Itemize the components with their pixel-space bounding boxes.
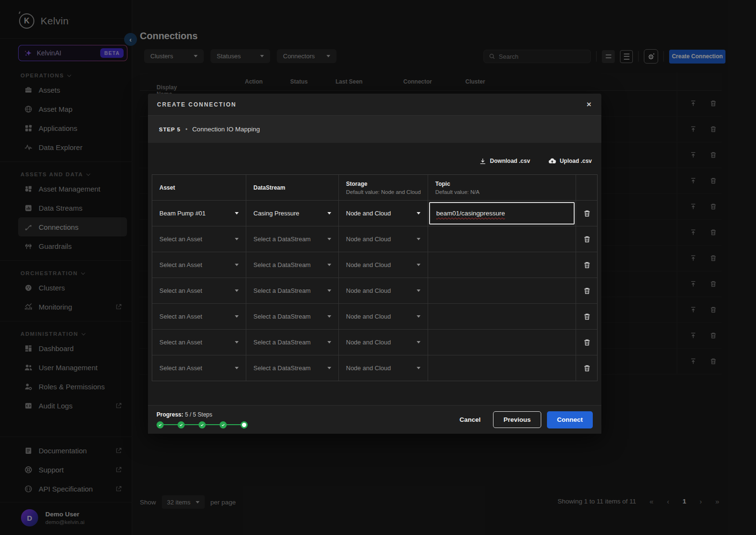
io-mapping-row: Select an Asset Select a DataStream Node… [152, 304, 597, 330]
datastream-select[interactable]: Select a DataStream [253, 235, 331, 243]
chevron-down-icon [327, 341, 331, 343]
cancel-button[interactable]: Cancel [453, 412, 487, 428]
step-complete-icon [178, 421, 185, 428]
io-mapping-row: Select an Asset Select a DataStream Node… [152, 355, 597, 381]
progress-label: Progress: [157, 411, 183, 418]
trash-icon[interactable] [583, 235, 591, 243]
chevron-down-icon [417, 341, 420, 343]
chevron-down-icon [417, 367, 420, 369]
datastream-select[interactable]: Casing Pressure [253, 210, 331, 217]
trash-icon[interactable] [583, 339, 591, 346]
io-mapping-row: Select an Asset Select a DataStream Node… [152, 330, 597, 355]
modal-body: Download .csv Upload .csv Asset DataStre… [148, 143, 601, 405]
chevron-down-icon [235, 264, 239, 266]
csv-actions: Download .csv Upload .csv [152, 143, 598, 174]
storage-select[interactable]: Node and Cloud [346, 339, 420, 346]
chevron-down-icon [235, 212, 239, 214]
topic-input[interactable]: beam01/casingpressure [429, 202, 575, 225]
asset-select[interactable]: Beam Pump #01 [159, 210, 239, 217]
download-csv-button[interactable]: Download .csv [479, 158, 530, 165]
modal-title: CREATE CONNECTION [157, 101, 236, 108]
topic-column-header: Topic [435, 181, 568, 187]
chevron-down-icon [417, 315, 420, 318]
storage-select[interactable]: Node and Cloud [346, 364, 420, 372]
chevron-down-icon [235, 367, 239, 369]
step-separator: • [185, 126, 187, 133]
modal-actions: Cancel Previous Connect [453, 411, 593, 428]
io-mapping-row: Select an Asset Select a DataStream Node… [152, 278, 597, 304]
datastream-select[interactable]: Select a DataStream [253, 313, 331, 320]
progress-indicator: Progress: 5 / 5 Steps [157, 411, 248, 428]
storage-default-value: Default value: Node and Cloud [346, 189, 420, 195]
datastream-select[interactable]: Select a DataStream [253, 364, 331, 372]
io-mapping-row: Select an Asset Select a DataStream Node… [152, 226, 597, 252]
datastream-select[interactable]: Select a DataStream [253, 339, 331, 346]
create-connection-modal: CREATE CONNECTION × STEP 5 • Connection … [148, 94, 601, 434]
chevron-down-icon [327, 264, 331, 266]
asset-select[interactable]: Select an Asset [159, 364, 239, 372]
chevron-down-icon [235, 238, 239, 240]
close-icon[interactable]: × [587, 100, 592, 108]
io-table-header: Asset DataStream StorageDefault value: N… [152, 175, 597, 201]
trash-icon[interactable] [583, 364, 591, 372]
io-mapping-row: Select an Asset Select a DataStream Node… [152, 252, 597, 278]
upload-csv-button[interactable]: Upload .csv [548, 157, 592, 165]
asset-select[interactable]: Select an Asset [159, 287, 239, 294]
asset-select[interactable]: Select an Asset [159, 261, 239, 268]
modal-header: CREATE CONNECTION × [148, 94, 601, 116]
datastream-column-header: DataStream [253, 184, 331, 191]
io-mapping-table: Asset DataStream StorageDefault value: N… [152, 174, 598, 381]
chevron-down-icon [327, 367, 331, 369]
storage-select[interactable]: Node and Cloud [346, 287, 420, 294]
storage-select[interactable]: Node and Cloud [346, 313, 420, 320]
storage-select[interactable]: Node and Cloud [346, 235, 420, 243]
topic-default-value: Default value: N/A [435, 189, 568, 195]
connect-button[interactable]: Connect [547, 411, 593, 428]
chevron-down-icon [417, 212, 420, 214]
trash-icon[interactable] [583, 210, 591, 217]
step-title: Connection IO Mapping [192, 126, 260, 133]
storage-column-header: Storage [346, 181, 420, 187]
download-icon [479, 158, 486, 165]
chevron-down-icon [327, 238, 331, 240]
storage-select[interactable]: Node and Cloud [346, 261, 420, 268]
chevron-down-icon [327, 212, 331, 214]
cloud-upload-icon [548, 157, 556, 165]
step-current-icon [241, 421, 248, 428]
datastream-select[interactable]: Select a DataStream [253, 261, 331, 268]
progress-value: 5 / 5 Steps [185, 411, 212, 418]
asset-select[interactable]: Select an Asset [159, 313, 239, 320]
previous-button[interactable]: Previous [493, 411, 541, 428]
trash-icon[interactable] [583, 313, 591, 321]
chevron-down-icon [417, 289, 420, 292]
storage-select[interactable]: Node and Cloud [346, 210, 420, 217]
datastream-select[interactable]: Select a DataStream [253, 287, 331, 294]
chevron-down-icon [417, 264, 420, 266]
chevron-down-icon [235, 341, 239, 343]
chevron-down-icon [327, 289, 331, 292]
trash-icon[interactable] [583, 287, 591, 295]
asset-column-header: Asset [159, 184, 239, 191]
asset-select[interactable]: Select an Asset [159, 235, 239, 243]
step-complete-icon [157, 421, 164, 428]
chevron-down-icon [327, 315, 331, 318]
step-complete-icon [220, 421, 227, 428]
step-label: STEP 5 [159, 127, 180, 132]
trash-icon[interactable] [583, 261, 591, 269]
chevron-down-icon [417, 238, 420, 240]
step-bar: STEP 5 • Connection IO Mapping [148, 116, 601, 143]
step-complete-icon [199, 421, 206, 428]
modal-footer: Progress: 5 / 5 Steps Cancel Previous Co… [148, 405, 601, 434]
progress-steps [157, 421, 248, 428]
chevron-down-icon [235, 289, 239, 292]
asset-select[interactable]: Select an Asset [159, 339, 239, 346]
io-mapping-row: Beam Pump #01 Casing Pressure Node and C… [152, 201, 597, 226]
chevron-down-icon [235, 315, 239, 318]
